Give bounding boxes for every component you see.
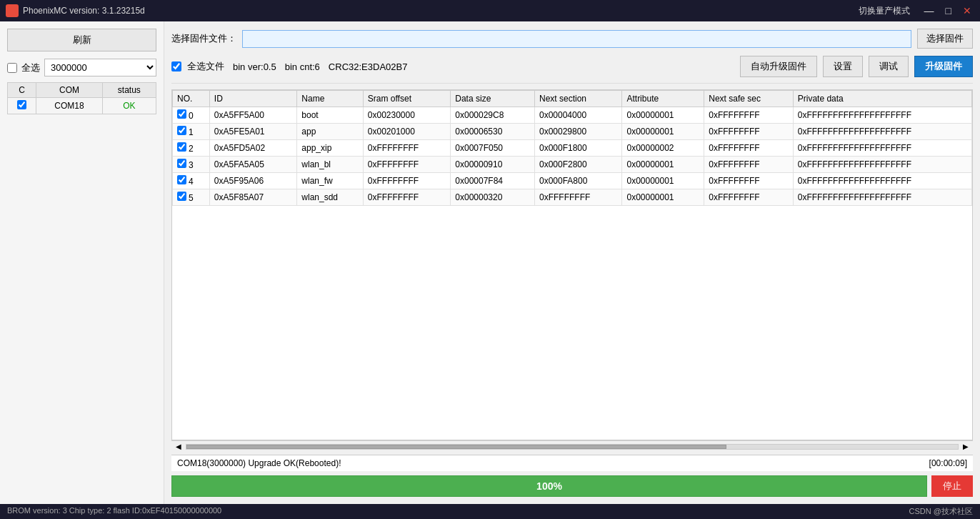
progress-bar: 100% [171,475,927,497]
phoenix-logo-icon [6,4,19,17]
row-next-safe-sec: 0xFFFFFFFF [704,173,793,189]
mode-switch-button[interactable]: 切换量产模式 [859,5,910,17]
row-private-data: 0xFFFFFFFFFFFFFFFFFFFF [793,157,971,173]
row-next-safe-sec: 0xFFFFFFFF [704,140,793,157]
col-header: Data size [451,91,535,107]
row-data-size: 0x000029C8 [451,107,535,124]
crc-label: CRC32:E3DA02B7 [329,61,408,72]
col-header: Next safe sec [704,91,793,107]
device-checkbox[interactable] [17,100,26,109]
select-all-checkbox[interactable] [7,63,17,73]
row-checkbox[interactable] [177,192,186,201]
scroll-right-button[interactable]: ▶ [961,443,970,450]
status-text: COM18(3000000) Upgrade OK(Rebooted)! [177,458,341,468]
row-checkbox[interactable] [177,159,186,168]
row-attribute: 0x00000001 [622,107,704,124]
minimize-button[interactable]: — [921,5,937,16]
row-private-data: 0xFFFFFFFFFFFFFFFFFFFF [793,107,971,124]
row-name: wlan_bl [297,157,364,173]
horizontal-scrollbar[interactable]: ◀ ▶ [171,440,973,452]
device-checkbox-cell[interactable] [8,98,36,114]
row-id: 0xA5FF5A00 [209,107,297,124]
row-next-safe-sec: 0xFFFFFFFF [704,124,793,140]
device-table: C COM status COM18 OK [7,82,156,114]
row-name: app_xip [297,140,364,157]
col-header: Attribute [622,91,704,107]
debug-button[interactable]: 调试 [869,56,909,77]
row-data-size: 0x00000910 [451,157,535,173]
row-name: boot [297,107,364,124]
row-next-section: 0xFFFFFFFF [535,189,622,206]
row-name: wlan_sdd [297,189,364,206]
firmware-table: NO.IDNameSram offsetData sizeNext sectio… [172,90,972,206]
bottom-bar: BROM version: 3 Chip type: 2 flash ID:0x… [0,504,980,519]
row-attribute: 0x00000002 [622,140,704,157]
bin-cnt-label: bin cnt:6 [285,61,320,72]
select-all-label: 全选 [21,61,40,74]
col-header: NO. [173,91,210,107]
brom-info: BROM version: 3 Chip type: 2 flash ID:0x… [7,506,221,517]
row-data-size: 0x00000320 [451,189,535,206]
row-checkbox[interactable] [177,175,186,184]
row-id: 0xA5F85A07 [209,189,297,206]
baud-rate-select[interactable]: 3000000 1500000 115200 [44,59,156,76]
device-status: OK [102,98,156,114]
row-data-size: 0x00006530 [451,124,535,140]
row-id: 0xA5F95A06 [209,173,297,189]
row-next-section: 0x00004000 [535,107,622,124]
left-panel: 刷新 全选 3000000 1500000 115200 C COM statu… [0,21,164,504]
row-checkbox[interactable] [177,126,186,135]
file-label: 选择固件文件： [171,32,236,45]
col-header-com: COM [36,83,102,98]
row-no-cell: 4 [173,173,210,189]
stop-button[interactable]: 停止 [931,475,973,497]
settings-button[interactable]: 设置 [823,56,863,77]
table-row: 5 0xA5F85A07 wlan_sdd 0xFFFFFFFF 0x00000… [173,189,972,206]
upgrade-firmware-button[interactable]: 升级固件 [914,56,973,77]
scrollbar-track[interactable] [186,444,959,450]
row-checkbox[interactable] [177,109,186,119]
row-next-section: 0x000FA800 [535,173,622,189]
row-next-safe-sec: 0xFFFFFFFF [704,189,793,206]
select-all-files-checkbox[interactable] [171,61,181,71]
time-text: [00:00:09] [929,458,967,468]
scroll-left-button[interactable]: ◀ [174,443,183,450]
row-no-cell: 2 [173,140,210,157]
col-header: ID [209,91,297,107]
row-sram-offset: 0x00201000 [363,124,450,140]
progress-row: 100% 停止 [171,475,973,497]
auto-upgrade-button[interactable]: 自动升级固件 [740,56,817,77]
table-row: 4 0xA5F95A06 wlan_fw 0xFFFFFFFF 0x00007F… [173,173,972,189]
progress-percent: 100% [536,480,562,492]
row-sram-offset: 0xFFFFFFFF [363,173,450,189]
title-bar-right: 切换量产模式 — □ ✕ [859,5,974,17]
row-sram-offset: 0xFFFFFFFF [363,189,450,206]
col-header-status: status [102,83,156,98]
col-header: Name [297,91,364,107]
col-header: Private data [793,91,971,107]
csdn-label: CSDN @技术社区 [909,506,973,517]
row-data-size: 0x00007F84 [451,173,535,189]
scrollbar-thumb[interactable] [186,445,726,449]
row-checkbox[interactable] [177,142,186,152]
row-next-section: 0x000F2800 [535,157,622,173]
window-controls: — □ ✕ [921,5,974,16]
file-path-input[interactable] [242,30,911,48]
refresh-button[interactable]: 刷新 [7,29,156,51]
select-file-button[interactable]: 选择固件 [917,29,973,49]
row-sram-offset: 0xFFFFFFFF [363,140,450,157]
row-no-cell: 1 [173,124,210,140]
title-bar-left: PhoenixMC version: 3.1.23215d [6,4,145,17]
main-content: 刷新 全选 3000000 1500000 115200 C COM statu… [0,21,980,504]
row-name: wlan_fw [297,173,364,189]
row-attribute: 0x00000001 [622,124,704,140]
row-id: 0xA5FA5A05 [209,157,297,173]
col-header-c: C [8,83,36,98]
device-row: COM18 OK [8,98,156,114]
row-id: 0xA5FE5A01 [209,124,297,140]
bin-ver-label: bin ver:0.5 [233,61,276,72]
row-no-cell: 5 [173,189,210,206]
row-next-section: 0x00029800 [535,124,622,140]
maximize-button[interactable]: □ [943,5,954,16]
close-button[interactable]: ✕ [960,5,974,16]
